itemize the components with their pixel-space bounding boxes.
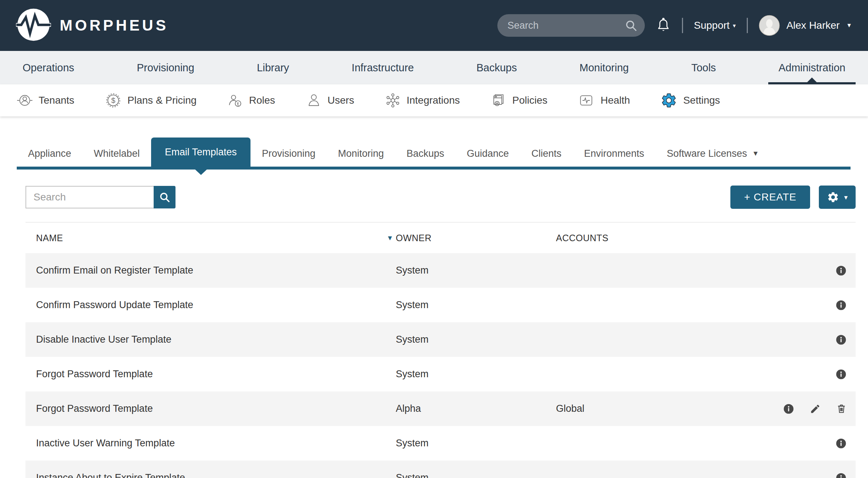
- info-icon[interactable]: [835, 472, 847, 478]
- table-row[interactable]: Forgot Password Template System: [25, 357, 856, 391]
- row-actions: [739, 265, 856, 276]
- tab-label: Backups: [406, 148, 444, 159]
- template-name-cell: Confirm Email on Register Template: [36, 265, 396, 276]
- nav-item-backups[interactable]: Backups: [476, 51, 517, 84]
- nav-item-monitoring[interactable]: Monitoring: [579, 51, 628, 84]
- avatar: [759, 15, 780, 36]
- info-icon[interactable]: [835, 299, 847, 311]
- policies-icon: [490, 92, 506, 108]
- tab-appliance[interactable]: Appliance: [17, 140, 83, 167]
- health-icon: [578, 92, 595, 108]
- accounts-cell: Global: [556, 403, 739, 414]
- subnav-item-settings[interactable]: Settings: [660, 92, 720, 109]
- table-row[interactable]: Confirm Email on Register Template Syste…: [25, 253, 856, 288]
- table-settings-button[interactable]: ▾: [819, 186, 856, 209]
- info-icon[interactable]: [835, 265, 847, 276]
- row-actions: [739, 334, 856, 346]
- user-name: Alex Harker: [786, 20, 840, 31]
- tab-monitoring[interactable]: Monitoring: [327, 140, 395, 167]
- tab-backups[interactable]: Backups: [395, 140, 455, 167]
- brand[interactable]: MORPHEUS: [16, 7, 169, 44]
- nav-item-infrastructure[interactable]: Infrastructure: [352, 51, 414, 84]
- main-navigation: Operations Provisioning Library Infrastr…: [0, 51, 868, 84]
- create-button[interactable]: + CREATE: [730, 186, 810, 209]
- search-icon[interactable]: [624, 19, 638, 33]
- tab-environments[interactable]: Environments: [573, 140, 655, 167]
- notifications-bell-icon[interactable]: [656, 17, 671, 34]
- tab-software-licenses[interactable]: Software Licenses ▼: [655, 140, 770, 167]
- info-icon[interactable]: [835, 438, 847, 449]
- subnav-item-plans-pricing[interactable]: $ Plans & Pricing: [105, 92, 197, 109]
- table-row[interactable]: Confirm Password Update Template System: [25, 288, 856, 322]
- table-row[interactable]: Forgot Password Template Alpha Global: [25, 391, 856, 426]
- edit-icon[interactable]: [810, 403, 821, 414]
- chevron-down-icon: ▾: [733, 22, 736, 29]
- tab-clients[interactable]: Clients: [520, 140, 573, 167]
- tab-email-templates[interactable]: Email Templates: [151, 138, 251, 167]
- tab-label: Software Licenses: [667, 148, 747, 159]
- subnav-item-tenants[interactable]: Tenants: [17, 92, 74, 108]
- template-search-button[interactable]: [154, 186, 175, 208]
- svg-text:$: $: [111, 96, 115, 104]
- template-search-input[interactable]: [25, 186, 154, 208]
- header-divider: [682, 18, 683, 33]
- tab-label: Guidance: [467, 148, 509, 159]
- info-icon[interactable]: [835, 334, 847, 346]
- owner-cell: System: [396, 369, 556, 380]
- tab-label: Whitelabel: [94, 148, 140, 159]
- nav-item-tools[interactable]: Tools: [691, 51, 716, 84]
- template-name-cell: Forgot Password Template: [36, 403, 396, 414]
- roles-icon: [227, 92, 243, 108]
- column-header-accounts[interactable]: ACCOUNTS: [556, 233, 739, 243]
- table-header-row: NAME ▾ OWNER ACCOUNTS: [25, 223, 856, 253]
- subnav-item-health[interactable]: Health: [578, 92, 630, 108]
- column-header-name[interactable]: NAME ▾: [36, 233, 396, 243]
- delete-icon[interactable]: [836, 403, 847, 414]
- subnav-item-label: Integrations: [407, 95, 460, 106]
- tab-guidance[interactable]: Guidance: [455, 140, 520, 167]
- tab-label: Clients: [532, 148, 562, 159]
- header-divider: [747, 18, 748, 33]
- pricing-icon: $: [105, 92, 122, 109]
- active-tab-underline: [17, 167, 851, 170]
- info-icon[interactable]: [783, 403, 794, 415]
- nav-item-provisioning[interactable]: Provisioning: [137, 51, 194, 84]
- tab-label: Provisioning: [262, 148, 315, 159]
- table-body: Confirm Email on Register Template Syste…: [25, 253, 856, 478]
- row-actions: [739, 438, 856, 449]
- template-search: [25, 186, 175, 208]
- subnav-item-users[interactable]: Users: [306, 92, 354, 108]
- global-search: [497, 14, 645, 37]
- info-icon[interactable]: [835, 369, 847, 380]
- nav-item-administration[interactable]: Administration: [778, 51, 845, 84]
- nav-item-label: Monitoring: [579, 62, 628, 74]
- nav-item-library[interactable]: Library: [257, 51, 289, 84]
- nav-item-label: Library: [257, 62, 289, 74]
- subnav-item-label: Users: [328, 95, 354, 106]
- table-row[interactable]: Inactive User Warning Template System: [25, 426, 856, 461]
- nav-item-label: Tools: [691, 62, 716, 74]
- subnav-item-label: Policies: [512, 95, 547, 106]
- row-actions: [739, 369, 856, 380]
- column-header-owner[interactable]: OWNER: [396, 233, 556, 243]
- support-menu[interactable]: Support ▾: [694, 20, 736, 31]
- subnav-item-integrations[interactable]: Integrations: [385, 92, 460, 108]
- subnav-item-label: Health: [600, 95, 630, 106]
- table-row[interactable]: Disable Inactive User Template System: [25, 322, 856, 357]
- user-menu[interactable]: Alex Harker ▼: [759, 15, 852, 36]
- settings-content: Appliance Whitelabel Email Templates Pro…: [0, 116, 868, 478]
- subnav-item-roles[interactable]: Roles: [227, 92, 275, 108]
- global-search-input[interactable]: [497, 14, 645, 37]
- chevron-down-icon: ▼: [846, 22, 852, 29]
- subnav-item-label: Settings: [683, 95, 720, 106]
- active-tab-pointer: [195, 170, 207, 175]
- tab-whitelabel[interactable]: Whitelabel: [83, 140, 151, 167]
- tab-provisioning[interactable]: Provisioning: [250, 140, 327, 167]
- table-row[interactable]: Instance About to Expire Template System: [25, 461, 856, 478]
- template-name-cell: Confirm Password Update Template: [36, 299, 396, 311]
- subnav-item-label: Plans & Pricing: [127, 95, 197, 106]
- subnav-item-policies[interactable]: Policies: [490, 92, 547, 108]
- nav-item-operations[interactable]: Operations: [23, 51, 74, 84]
- row-actions: [739, 299, 856, 311]
- sort-desc-icon[interactable]: ▾: [388, 233, 392, 243]
